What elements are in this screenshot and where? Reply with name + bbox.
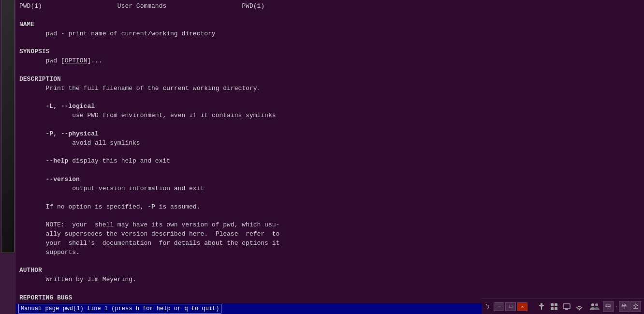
header-line: PWD(1) User Commands PWD(1) (19, 2, 264, 10)
network-icon[interactable] (574, 301, 585, 312)
svg-rect-1 (541, 307, 542, 310)
system-tray (534, 301, 586, 312)
option-text: OPTION (65, 57, 88, 64)
name-content: pwd - print name of current/working dire… (19, 30, 216, 37)
name-label: NAME (19, 21, 34, 28)
description-label: DESCRIPTION (19, 75, 61, 83)
status-text: Manual page pwd(1) line 1 (press h for h… (18, 304, 221, 314)
author-label: AUTHOR (19, 267, 42, 274)
terminal-window: PWD(1) User Commands PWD(1) NAME pwd - p… (15, 0, 644, 314)
ime-half-btn[interactable]: 半 (619, 301, 629, 312)
svg-point-10 (591, 303, 594, 306)
page-indicator: ㄅ (484, 302, 491, 311)
sidebar (0, 0, 15, 314)
option-l: -L, --logical (19, 103, 95, 110)
screen-icon[interactable] (561, 301, 572, 312)
terminal-icon (1, 0, 15, 253)
close-button[interactable]: ✕ (517, 302, 527, 311)
ime-full-btn[interactable]: 全 (630, 301, 641, 312)
svg-rect-8 (565, 309, 568, 310)
pin-icon[interactable] (536, 301, 547, 312)
help-option: --help (46, 157, 69, 164)
synopsis-label: SYNOPSIS (19, 48, 49, 55)
maximize-button[interactable]: □ (505, 302, 516, 311)
option-l-desc: use PWD from environment, even if it con… (19, 112, 276, 119)
svg-rect-6 (555, 307, 557, 310)
svg-rect-4 (555, 303, 557, 306)
version-option: --version (19, 176, 80, 183)
grid-icon[interactable] (549, 301, 559, 312)
svg-rect-3 (551, 303, 554, 306)
minimize-button[interactable]: ─ (494, 302, 504, 311)
svg-rect-5 (551, 307, 554, 310)
svg-point-11 (595, 303, 598, 306)
svg-point-9 (579, 309, 580, 310)
description-line1: Print the full filename of the current w… (19, 85, 261, 92)
author-content: Written by Jim Meyering. (19, 276, 136, 283)
terminal-output[interactable]: PWD(1) User Commands PWD(1) NAME pwd - p… (15, 0, 644, 303)
p-option-bold: -P (147, 203, 155, 210)
svg-rect-7 (563, 304, 570, 309)
reporting-label: REPORTING BUGS (19, 294, 72, 301)
option-p-desc: avoid all symlinks (19, 139, 140, 147)
option-p: -P, --physical (19, 130, 99, 137)
ime-chinese-btn[interactable]: 中 (603, 301, 614, 312)
window-controls: ─ □ ✕ (494, 302, 527, 311)
terminal-text: PWD(1) User Commands PWD(1) NAME pwd - p… (19, 2, 640, 303)
ime-dot: · (615, 304, 618, 310)
sidebar-item-terminal[interactable] (1, 89, 15, 103)
people-icon[interactable] (589, 301, 600, 312)
svg-rect-2 (539, 305, 544, 306)
ime-area: 中 · 半 全 (603, 301, 641, 312)
